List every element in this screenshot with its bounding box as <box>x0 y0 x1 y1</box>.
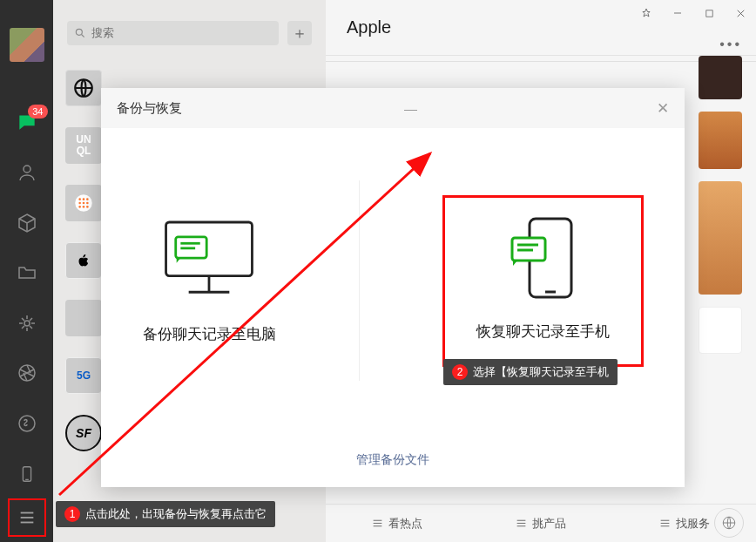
cube-icon[interactable] <box>15 211 39 235</box>
chat-thumb-uniqlo: UNQL <box>65 127 102 164</box>
minimize-icon[interactable] <box>662 0 693 26</box>
modal-title: 备份与恢复 <box>117 100 182 117</box>
maximize-icon[interactable] <box>693 0 725 26</box>
contacts-icon[interactable] <box>15 160 39 185</box>
search-input[interactable]: 搜索 <box>67 21 279 45</box>
title-text: Apple <box>347 17 391 37</box>
more-icon[interactable]: ••• <box>719 37 742 52</box>
chat-thumb-orange <box>65 185 102 221</box>
flower-icon[interactable] <box>15 311 39 335</box>
svg-point-13 <box>78 198 81 200</box>
phone-icon[interactable] <box>15 462 39 486</box>
msg-thumb[interactable] <box>699 112 742 169</box>
add-button[interactable]: ＋ <box>287 21 312 45</box>
bottom-menu: 看热点 挑产品 找服务 <box>326 504 756 542</box>
menu-service[interactable]: 找服务 <box>659 516 710 532</box>
callout-1-num: 1 <box>64 506 80 522</box>
computer-icon <box>148 218 270 300</box>
folder-icon[interactable] <box>15 261 39 285</box>
svg-point-9 <box>76 29 82 35</box>
search-bar: 搜索 ＋ <box>53 0 326 59</box>
restore-to-phone-option[interactable]: 恢复聊天记录至手机 <box>476 220 610 342</box>
unread-badge: 34 <box>28 105 47 119</box>
svg-point-16 <box>78 202 81 205</box>
chat-thumb-apple <box>65 242 102 279</box>
svg-point-19 <box>78 206 81 208</box>
avatar[interactable] <box>10 28 44 62</box>
svg-rect-23 <box>705 10 712 16</box>
modal-minimize-icon[interactable]: — <box>404 101 417 116</box>
callout-1-text: 点击此处，出现备份与恢复再点击它 <box>85 506 267 522</box>
backup-label: 备份聊天记录至电脑 <box>143 324 276 344</box>
svg-point-3 <box>19 416 35 431</box>
svg-line-10 <box>82 35 84 37</box>
left-navbar: 34 <box>0 0 53 542</box>
callout-2: 2 选择【恢复聊天记录至手机 <box>443 359 618 385</box>
search-placeholder: 搜索 <box>91 25 114 41</box>
modal-header: 备份与恢复 — ✕ <box>101 88 685 128</box>
modal-footer: 管理备份文件 <box>101 433 685 487</box>
chat-icon[interactable]: 34 <box>15 110 39 134</box>
restore-label: 恢复聊天记录至手机 <box>476 322 610 342</box>
window-controls <box>631 0 756 26</box>
svg-point-18 <box>86 202 89 205</box>
modal-close-icon[interactable]: ✕ <box>657 99 669 118</box>
callout-2-num: 2 <box>452 364 468 380</box>
callout-2-text: 选择【恢复聊天记录至手机 <box>473 364 609 380</box>
svg-point-20 <box>83 206 85 208</box>
svg-point-14 <box>83 198 85 200</box>
manage-backup-link[interactable]: 管理备份文件 <box>356 452 429 468</box>
chat-thumb-5g: 5G <box>65 357 102 394</box>
restore-highlight: 恢复聊天记录至手机 <box>442 195 644 367</box>
svg-point-21 <box>86 206 89 208</box>
svg-point-15 <box>86 198 89 200</box>
backup-restore-modal: 备份与恢复 — ✕ 备份聊天记录至电脑 <box>101 88 685 487</box>
svg-point-17 <box>83 202 85 205</box>
keyboard-icon[interactable] <box>714 508 744 538</box>
pin-icon[interactable] <box>631 0 662 26</box>
menu-hot[interactable]: 看热点 <box>372 516 422 532</box>
aperture-icon[interactable] <box>15 362 39 386</box>
modal-body: 备份聊天记录至电脑 恢复聊天记录至手机 <box>101 128 685 433</box>
miniprogram-icon[interactable] <box>15 411 39 436</box>
menu-pick[interactable]: 挑产品 <box>516 516 566 532</box>
phone-icon <box>482 220 604 302</box>
menu-button[interactable] <box>8 498 46 536</box>
callout-1: 1 点击此处，出现备份与恢复再点击它 <box>56 501 275 527</box>
chat-thumb-sf: SF <box>65 415 102 451</box>
msg-thumb[interactable] <box>699 56 742 99</box>
msg-thumb[interactable] <box>699 181 742 295</box>
message-thumbs <box>699 56 742 366</box>
chat-thumb-brown <box>65 300 102 336</box>
svg-point-0 <box>24 166 30 173</box>
chat-thumb-globe <box>65 70 102 106</box>
msg-thumb[interactable] <box>699 307 742 354</box>
backup-to-pc-option[interactable]: 备份聊天记录至电脑 <box>143 218 276 344</box>
close-icon[interactable] <box>725 0 756 26</box>
svg-point-1 <box>24 321 30 326</box>
